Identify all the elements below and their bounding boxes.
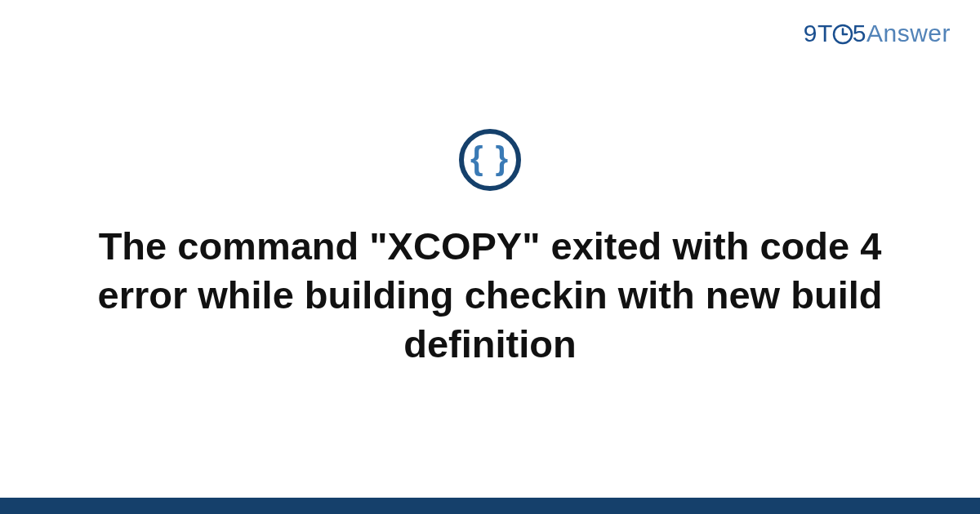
page-title: The command "XCOPY" exited with code 4 e… (74, 222, 906, 369)
site-brand: 9T5Answer (804, 20, 951, 47)
main-content: { } The command "XCOPY" exited with code… (0, 0, 980, 514)
bottom-accent-bar (0, 498, 980, 514)
brand-answer: Answer (866, 20, 951, 47)
brand-t: T (817, 20, 833, 47)
braces-glyph: { } (470, 142, 510, 175)
brand-nine: 9 (804, 20, 817, 47)
code-braces-icon: { } (459, 129, 521, 191)
brand-five: 5 (853, 20, 866, 47)
clock-icon (832, 24, 853, 45)
